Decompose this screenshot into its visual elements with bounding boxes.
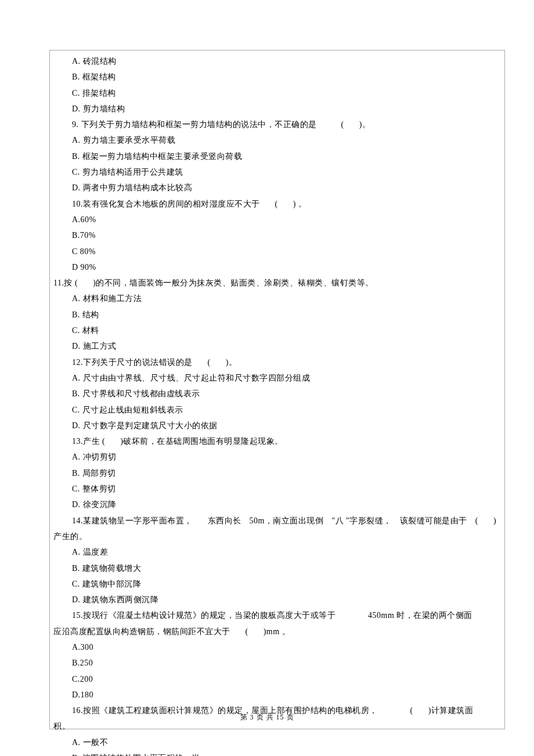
- q11-stem: 11.按 ()的不同，墙面装饰一般分为抹灰类、贴面类、涂刷类、裱糊类、镶钉类等。: [53, 275, 499, 291]
- q11-option-d: D. 施工方式: [53, 338, 499, 354]
- q9-stem: 9. 下列关于剪力墙结构和框架一剪力墙结构的说法中，不正确的是()。: [53, 117, 499, 132]
- q14-f: (: [475, 516, 478, 525]
- q14-stem-line1: 14.某建筑物呈一字形平面布置，东西向长50m，南立面出现倒"八 "字形裂缝，该…: [53, 513, 499, 529]
- q9-blank-close: )。: [359, 120, 371, 129]
- q14-option-a: A. 温度差: [53, 544, 499, 560]
- q12-option-a: A. 尺寸由由寸界线、尺寸线、尺寸起止符和尺寸数字四部分组成: [53, 370, 499, 386]
- q10-option-b: B.70%: [53, 227, 499, 243]
- footer-e: 页: [287, 713, 294, 721]
- q14-b: 东西向长: [208, 516, 241, 525]
- q16-option-b: B. 按围护结构外围水平面积的一半: [53, 750, 499, 756]
- q9-option-b: B. 框架一剪力墙结构中框架主要承受竖向荷载: [53, 149, 499, 164]
- q9-option-d: D. 两者中剪力墙结构成本比较高: [53, 180, 499, 196]
- q14-a: 14.某建筑物呈一字形平面布置，: [72, 516, 193, 525]
- q15-2c: )mm 。: [264, 627, 290, 636]
- q15-option-c: C.200: [53, 671, 499, 687]
- q8-option-d: D. 剪力墙结构: [53, 101, 499, 117]
- q10-option-c: C 80%: [53, 244, 499, 259]
- q10-stem: 10.装有强化复合木地板的房间的相对湿度应不大于() 。: [53, 196, 499, 212]
- q14-c: 50m，南立面出现倒: [250, 516, 324, 525]
- q11-option-c: C. 材料: [53, 323, 499, 338]
- q14-option-d: D. 建筑物东西两侧沉降: [53, 592, 499, 607]
- q15-2a: 应沿高度配置纵向构造钢筋，钢筋间距不宜大于: [53, 627, 230, 636]
- q13-option-d: D. 徐变沉降: [53, 497, 499, 512]
- q14-e: 该裂缝可能是由于: [400, 516, 467, 525]
- q13-option-a: A. 冲切剪切: [53, 449, 499, 465]
- q14-option-c: C. 建筑物中部沉降: [53, 576, 499, 592]
- q10-blank-close: ) 。: [293, 200, 307, 208]
- footer-page-total: 15: [276, 713, 284, 721]
- q9-option-a: A. 剪力墙主要承受水平荷载: [53, 132, 499, 148]
- q10-option-d: D 90%: [53, 259, 499, 275]
- footer-c: 页 共: [257, 713, 274, 721]
- q11-stem-b: )的不同，墙面装饰一般分为抹灰类、贴面类、涂刷类、裱糊类、镶钉类等。: [93, 278, 374, 287]
- q15-option-d: D.180: [53, 687, 499, 703]
- document-content: A. 砖混结构 B. 框架结构 C. 排架结构 D. 剪力墙结构 9. 下列关于…: [53, 53, 499, 756]
- q8-option-b: B. 框架结构: [53, 69, 499, 85]
- q8-option-a: A. 砖混结构: [53, 53, 499, 69]
- q11-stem-a: 11.按 (: [53, 278, 78, 287]
- q13-option-c: C. 整体剪切: [53, 481, 499, 497]
- q10-option-a: A.60%: [53, 212, 499, 227]
- q12-option-d: D. 尺寸数字是判定建筑尺寸大小的依据: [53, 418, 499, 433]
- q12-option-c: C. 尺寸起止线由短粗斜线表示: [53, 402, 499, 418]
- q15-a: 15.按现行《混凝土结构设计规范》的规定，当梁的腹板高度大于或等于: [72, 611, 335, 620]
- q10-stem-text: 10.装有强化复合木地板的房间的相对湿度应不大于: [72, 200, 260, 208]
- q14-option-b: B. 建筑物荷载增大: [53, 560, 499, 576]
- q12-stem: 12.下列关于尺寸的说法错误的是()。: [53, 355, 499, 370]
- q13-option-b: B. 局部剪切: [53, 465, 499, 481]
- q14-g: ): [493, 516, 496, 525]
- q9-stem-text: 9. 下列关于剪力墙结构和框架一剪力墙结构的说法中，不正确的是: [72, 120, 317, 129]
- q13-stem: 13.产生 ()破坏前，在基础周围地面有明显隆起现象。: [53, 433, 499, 449]
- q9-blank-open: (: [341, 120, 344, 129]
- q15-stem-line2: 应沿高度配置纵向构造钢筋，钢筋间距不宜大于()mm 。: [53, 624, 499, 639]
- q15-b: 450mm 时，在梁的两个侧面: [368, 611, 472, 620]
- q15-2b: (: [246, 627, 248, 636]
- q13-stem-b: )破坏前，在基础周围地面有明显隆起现象。: [120, 437, 283, 446]
- q11-option-b: B. 结构: [53, 307, 499, 323]
- q12-stem-text: 12.下列关于尺寸的说法错误的是: [72, 358, 193, 367]
- q15-stem-line1: 15.按现行《混凝土结构设计规范》的规定，当梁的腹板高度大于或等于450mm 时…: [53, 607, 499, 623]
- q14-stem-line2: 产生的。: [53, 529, 499, 544]
- q9-option-c: C. 剪力墙结构适用于公共建筑: [53, 164, 499, 180]
- q14-d: "八 "字形裂缝，: [331, 516, 391, 525]
- q12-option-b: B. 尺寸界线和尺寸线都由虚线表示: [53, 386, 499, 401]
- q10-blank-open: (: [275, 200, 278, 208]
- q15-option-b: B.250: [53, 655, 499, 671]
- q12-blank-close: )。: [226, 358, 237, 367]
- q15-option-a: A.300: [53, 639, 499, 655]
- q16-option-a: A. 一般不: [53, 735, 499, 750]
- footer-a: 第: [240, 713, 248, 721]
- q12-blank-open: (: [208, 358, 211, 367]
- q11-option-a: A. 材料和施工方法: [53, 291, 499, 306]
- page-footer: 第 3 页 共 15 页: [0, 712, 534, 722]
- q8-option-c: C. 排架结构: [53, 85, 499, 101]
- footer-page-current: 3: [250, 713, 254, 721]
- q13-stem-a: 13.产生 (: [72, 437, 105, 446]
